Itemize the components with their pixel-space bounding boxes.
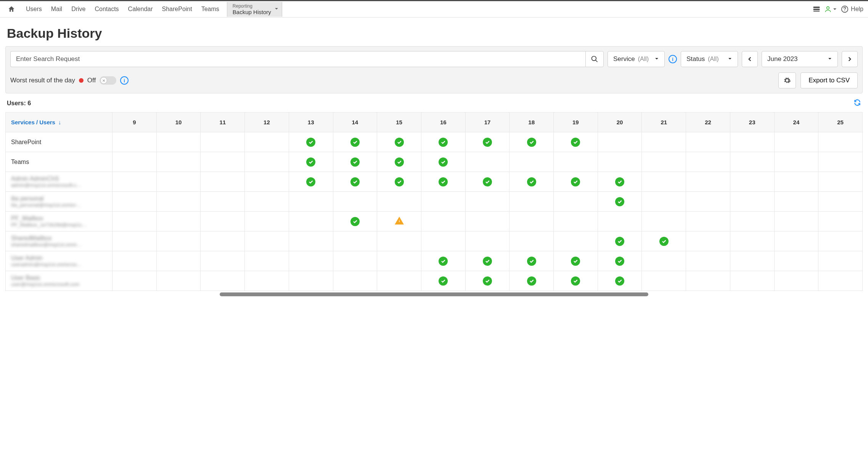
status-cell[interactable]	[730, 212, 774, 231]
status-cell[interactable]	[156, 152, 201, 172]
status-cell[interactable]	[598, 172, 642, 192]
status-cell[interactable]	[333, 192, 377, 212]
row-label-cell[interactable]: User Basicuser@msp1st.onmicrosoft.com	[6, 271, 113, 291]
status-cell[interactable]	[510, 192, 554, 212]
status-cell[interactable]	[774, 172, 818, 192]
status-cell[interactable]	[774, 231, 818, 251]
status-cell[interactable]	[642, 152, 686, 172]
status-cell[interactable]	[642, 192, 686, 212]
status-cell[interactable]	[686, 231, 730, 251]
refresh-button[interactable]	[854, 99, 861, 108]
status-cell[interactable]	[774, 152, 818, 172]
status-cell[interactable]	[554, 271, 598, 291]
search-input[interactable]	[10, 51, 585, 67]
status-cell[interactable]	[730, 172, 774, 192]
status-cell[interactable]	[465, 212, 510, 231]
status-cell[interactable]	[510, 212, 554, 231]
status-cell[interactable]	[333, 152, 377, 172]
status-cell[interactable]	[421, 271, 465, 291]
status-cell[interactable]	[201, 172, 245, 192]
info-icon[interactable]: i	[120, 76, 129, 85]
status-cell[interactable]	[686, 212, 730, 231]
row-label-cell[interactable]: PF_MailboxPF_Mailbox_1e72b29d@msp1s…	[6, 212, 113, 231]
status-cell[interactable]	[245, 251, 289, 271]
status-cell[interactable]	[201, 192, 245, 212]
row-label-cell[interactable]: SharedMailboxsharedmailbox@msp1st.onmi…	[6, 231, 113, 251]
status-cell[interactable]	[465, 132, 510, 152]
prev-month-button[interactable]	[742, 51, 758, 67]
row-label-cell[interactable]: Admin AdminChSadmin@msp1st.onmicrosoft.c…	[6, 172, 113, 192]
status-filter[interactable]: Status (All)	[681, 51, 738, 67]
status-cell[interactable]	[774, 251, 818, 271]
status-cell[interactable]	[377, 192, 421, 212]
status-cell[interactable]	[686, 271, 730, 291]
status-cell[interactable]	[245, 271, 289, 291]
status-cell[interactable]	[465, 251, 510, 271]
column-header-services-users[interactable]: Services / Users ↓	[6, 112, 113, 132]
status-cell[interactable]	[642, 251, 686, 271]
status-cell[interactable]	[554, 251, 598, 271]
status-cell[interactable]	[818, 231, 863, 251]
status-cell[interactable]	[377, 231, 421, 251]
status-cell[interactable]	[686, 172, 730, 192]
row-label-cell[interactable]: SharePoint	[6, 132, 113, 152]
status-cell[interactable]	[598, 271, 642, 291]
status-cell[interactable]	[554, 231, 598, 251]
status-cell[interactable]	[510, 172, 554, 192]
nav-item-sharepoint[interactable]: SharePoint	[158, 1, 197, 17]
status-cell[interactable]	[289, 172, 333, 192]
status-cell[interactable]	[774, 271, 818, 291]
status-cell[interactable]	[289, 132, 333, 152]
status-cell[interactable]	[289, 192, 333, 212]
status-cell[interactable]	[730, 132, 774, 152]
status-cell[interactable]	[554, 192, 598, 212]
status-cell[interactable]	[510, 251, 554, 271]
status-cell[interactable]	[201, 271, 245, 291]
status-cell[interactable]	[333, 212, 377, 231]
server-icon-button[interactable]	[813, 6, 820, 13]
status-cell[interactable]	[333, 132, 377, 152]
row-label-cell[interactable]: ilia personalilia_personal@msp1st.onmicr…	[6, 192, 113, 212]
nav-item-users[interactable]: Users	[21, 1, 47, 17]
status-cell[interactable]	[818, 251, 863, 271]
status-cell[interactable]	[245, 231, 289, 251]
status-cell[interactable]	[774, 212, 818, 231]
horizontal-scrollbar[interactable]	[220, 292, 648, 296]
status-cell[interactable]	[465, 192, 510, 212]
nav-item-drive[interactable]: Drive	[67, 1, 90, 17]
nav-item-teams[interactable]: Teams	[197, 1, 224, 17]
status-cell[interactable]	[554, 172, 598, 192]
row-label-cell[interactable]: Teams	[6, 152, 113, 172]
status-cell[interactable]	[774, 192, 818, 212]
status-cell[interactable]	[377, 152, 421, 172]
status-cell[interactable]	[289, 251, 333, 271]
status-cell[interactable]	[642, 212, 686, 231]
status-cell[interactable]	[289, 212, 333, 231]
status-cell[interactable]	[554, 212, 598, 231]
status-cell[interactable]	[421, 192, 465, 212]
status-cell[interactable]	[554, 132, 598, 152]
status-cell[interactable]	[465, 271, 510, 291]
row-label-cell[interactable]: User Adminuseradmin@msp1st.onmicros…	[6, 251, 113, 271]
status-cell[interactable]	[510, 231, 554, 251]
status-cell[interactable]	[818, 212, 863, 231]
status-cell[interactable]	[730, 231, 774, 251]
status-cell[interactable]	[113, 172, 157, 192]
next-month-button[interactable]	[842, 51, 858, 67]
export-csv-button[interactable]: Export to CSV	[800, 72, 858, 88]
status-cell[interactable]	[377, 251, 421, 271]
month-picker[interactable]: June 2023	[762, 51, 838, 67]
status-cell[interactable]	[686, 192, 730, 212]
status-cell[interactable]	[289, 231, 333, 251]
status-cell[interactable]	[113, 212, 157, 231]
status-cell[interactable]	[113, 231, 157, 251]
status-cell[interactable]	[686, 152, 730, 172]
status-cell[interactable]	[686, 132, 730, 152]
status-cell[interactable]	[730, 192, 774, 212]
tab-reporting[interactable]: Reporting Backup History	[227, 2, 282, 17]
status-cell[interactable]	[642, 231, 686, 251]
status-cell[interactable]	[377, 172, 421, 192]
status-cell[interactable]	[818, 152, 863, 172]
status-cell[interactable]	[245, 192, 289, 212]
status-cell[interactable]	[201, 212, 245, 231]
